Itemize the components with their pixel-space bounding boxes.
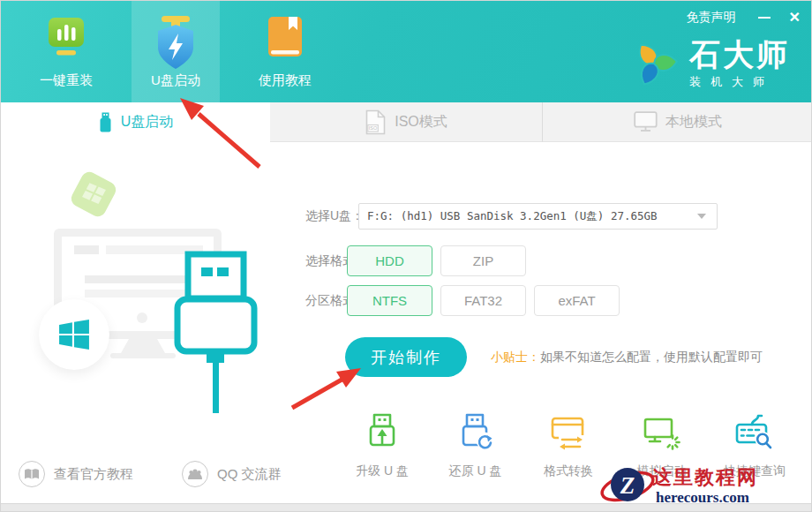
tool-label: 格式转换 [544,463,593,479]
usb-select-value: F:G: (hd1) USB SanDisk 3.2Gen1 (U盘) 27.6… [367,209,697,224]
watermark-site-url: herecours.com [656,489,749,506]
brand-subtitle: 装机大师 [689,74,790,90]
bar-chart-monitor-icon [43,14,89,71]
book-icon [262,14,308,71]
format-option-hdd[interactable]: HDD [347,245,432,276]
windows-tile-decoration [69,169,119,220]
mode-tab-label: 本地模式 [665,113,722,132]
mode-tab-label: U盘启动 [121,113,174,132]
shield-lightning-icon [153,14,199,71]
mode-tab-local[interactable]: 本地模式 [543,102,812,142]
tip-text: 小贴士：如果不知道怎么配置，使用默认配置即可 [491,350,763,365]
disclaimer-link[interactable]: 免责声明 [687,10,736,26]
usb-select-dropdown[interactable]: F:G: (hd1) USB SanDisk 3.2Gen1 (U盘) 27.6… [358,203,718,230]
tab-one-key-reinstall[interactable]: 一键重装 [22,1,110,102]
partition-option-ntfs[interactable]: NTFS [347,285,432,316]
usb-restore-icon [455,412,496,456]
qq-group-link[interactable]: QQ 交流群 [182,461,282,487]
tip-body: 如果不知道怎么配置，使用默认配置即可 [540,350,763,364]
brand-pinwheel-icon [628,34,680,93]
tool-label: 还原 U 盘 [449,463,502,479]
monitor-base [110,353,176,358]
chevron-down-icon [697,214,706,219]
arrow-to-start-button [292,368,361,408]
usb-select-row: 选择U盘： F:G: (hd1) USB SanDisk 3.2Gen1 (U盘… [305,203,718,230]
header: 一键重装 U盘启动 [1,1,812,102]
brand-name: 石大师 [689,38,790,72]
minimize-icon[interactable] [757,10,771,26]
close-icon[interactable]: ✕ [789,10,801,26]
monitor-stand [121,339,165,353]
people-group-icon [182,461,208,487]
iso-icon-text: ISO [369,125,378,131]
tab-tutorial[interactable]: 使用教程 [241,1,329,102]
windows-logo-badge [39,299,109,370]
mode-tab-label: ISO模式 [395,113,447,132]
watermark-site-name: 这里教程网 [652,466,758,488]
watermark-logo-letter: Z [620,472,635,499]
site-watermark: Z 这里教程网 herecours.com [599,460,811,511]
partition-option-exfat[interactable]: exFAT [534,285,620,316]
format-label: 选择格式： [305,253,347,269]
tab-usb-boot[interactable]: U盘启动 [132,1,220,102]
tab-label: 一键重装 [40,72,93,89]
mode-tab-usb-boot[interactable]: U盘启动 [1,102,270,142]
open-book-icon [19,461,45,487]
tool-label: 升级 U 盘 [356,463,409,479]
tip-label: 小贴士： [491,350,540,364]
monitor-icon [634,111,658,132]
tab-label: 使用教程 [259,72,312,89]
official-tutorial-link[interactable]: 查看官方教程 [19,461,133,487]
app-window: 一键重装 U盘启动 [0,0,812,512]
brand-logo: 石大师 装机大师 [628,34,790,93]
usb-select-label: 选择U盘： [305,208,358,224]
footer-link-label: QQ 交流群 [217,466,282,483]
usb-drive-icon [98,112,113,132]
format-convert-icon [548,412,589,456]
window-controls: 免责声明 ✕ [687,10,801,26]
tool-upgrade-usb[interactable]: 升级 U 盘 [338,412,426,479]
simulate-boot-icon [642,412,682,456]
iso-file-icon: ISO [365,109,387,135]
format-row: 选择格式： HDD ZIP [305,245,534,276]
hotkey-search-icon [734,412,775,456]
usb-upgrade-icon [362,412,402,456]
format-option-zip[interactable]: ZIP [440,245,526,276]
tool-restore-usb[interactable]: 还原 U 盘 [432,412,520,479]
mode-tabs: U盘启动 ISO ISO模式 本地模式 [1,102,812,142]
mode-tab-iso[interactable]: ISO ISO模式 [270,102,543,142]
partition-label: 分区格式： [305,293,347,309]
windows-flag-icon [58,319,90,350]
footer-links: 查看官方教程 QQ 交流群 [19,461,330,487]
main-toolbar: 一键重装 U盘启动 [22,1,350,102]
partition-option-fat32[interactable]: FAT32 [440,285,526,316]
partition-row: 分区格式： NTFS FAT32 exFAT [305,285,628,316]
usb-plug-illustration [173,250,261,421]
footer-link-label: 查看官方教程 [54,466,133,483]
start-make-button[interactable]: 开始制作 [345,337,467,377]
tab-label: U盘启动 [151,72,200,89]
